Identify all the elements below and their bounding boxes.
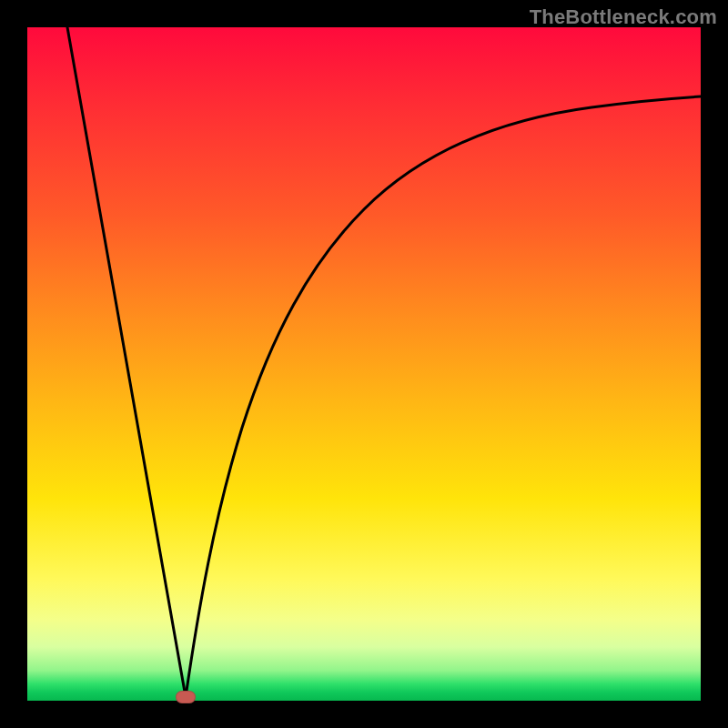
curve-right-branch xyxy=(186,96,701,697)
trough-marker xyxy=(176,691,196,703)
plot-area xyxy=(27,27,701,701)
curve-left-branch xyxy=(67,27,186,697)
chart-stage: TheBottleneck.com xyxy=(0,0,728,728)
watermark-text: TheBottleneck.com xyxy=(530,5,717,29)
bottleneck-curve xyxy=(27,27,701,701)
